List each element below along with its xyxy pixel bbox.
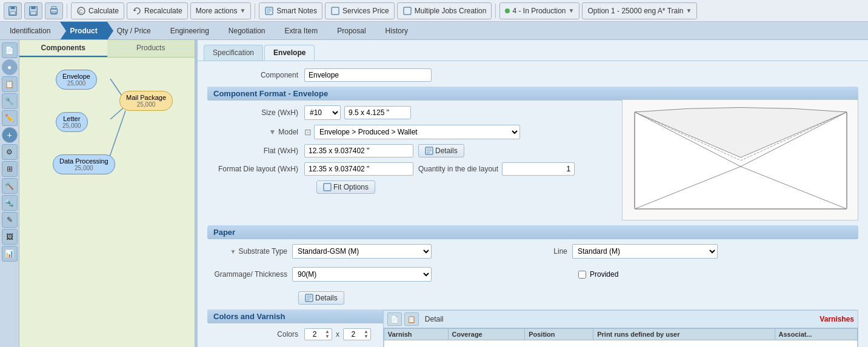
breadcrumb: Identification Product Qty / Price Engin… — [0, 22, 868, 40]
recalculate-button[interactable]: Recalculate — [127, 2, 188, 19]
more-actions-arrow: ▼ — [239, 7, 245, 14]
main-area: 📄 ● 📋 🔧 ✏️ + ⚙ ⊞ 🔨 🔩 ✎ 🖼 📊 Components Pr… — [0, 40, 868, 347]
tab-envelope[interactable]: Envelope — [264, 45, 315, 61]
sidebar-icon-3[interactable]: 📋 — [2, 76, 18, 92]
breadcrumb-product[interactable]: Product — [60, 22, 107, 39]
model-label: ▼ Model — [207, 128, 304, 136]
print-button[interactable] — [45, 2, 63, 19]
smart-notes-button[interactable]: Smart Notes — [259, 2, 322, 19]
spec-tabs: Specification Envelope — [198, 40, 868, 61]
col-position: Position — [525, 329, 593, 340]
paper-section-header: Paper — [207, 225, 858, 239]
col-varnish: Varnish — [384, 329, 448, 340]
grammage-row: Grammage/ Thickness 90(M) — [207, 267, 530, 282]
node-data-processing[interactable]: Data Processing 25,000 — [53, 154, 115, 174]
option-arrow: ▼ — [686, 7, 692, 14]
services-price-button[interactable]: Services Price — [325, 2, 395, 19]
grammage-select[interactable]: 90(M) — [292, 267, 432, 282]
component-input[interactable] — [304, 68, 432, 82]
breadcrumb-proposal[interactable]: Proposal — [327, 22, 375, 39]
breadcrumb-history[interactable]: History — [376, 22, 418, 39]
tab-specification[interactable]: Specification — [204, 45, 263, 61]
flat-details-button[interactable]: Details — [418, 144, 464, 157]
smart-notes-label: Smart Notes — [276, 7, 317, 15]
model-select[interactable]: Envelope > Produced > Wallet — [314, 125, 520, 139]
varnish-copy-button[interactable]: 📋 — [404, 312, 419, 326]
svg-rect-25 — [324, 183, 331, 191]
size-select[interactable]: #10 — [304, 105, 341, 120]
sidebar-icon-chart[interactable]: 📊 — [2, 246, 18, 262]
format-section-header: Component Format - Envelope — [207, 87, 858, 101]
floppy-button[interactable] — [24, 2, 42, 19]
provided-row: Provided — [536, 267, 858, 282]
line-row: Line Standard (M) — [536, 244, 858, 259]
node-mail-package[interactable]: Mail Package 25,000 — [119, 91, 173, 111]
format-die-row: Format Die layout (WxH) Quantity in the … — [207, 162, 610, 176]
sidebar-icon-4[interactable]: 🔧 — [2, 93, 18, 109]
grammage-label: Grammage/ Thickness — [207, 270, 292, 279]
flat-label: Flat (WxH) — [207, 147, 304, 155]
sidebar-icon-grid[interactable]: ⊞ — [2, 161, 18, 177]
sidebar-icon-1[interactable]: 📄 — [2, 42, 18, 58]
size-input[interactable] — [344, 106, 411, 119]
format-die-input[interactable] — [304, 162, 413, 176]
breadcrumb-extra-item[interactable]: Extra Item — [275, 22, 328, 39]
envelope-preview — [622, 99, 858, 220]
colors-row: Colors ▲ ▼ x — [207, 328, 371, 340]
provided-checkbox[interactable] — [578, 271, 586, 279]
breadcrumb-engineering[interactable]: Engineering — [161, 22, 219, 39]
paper-details-button[interactable]: Details — [298, 291, 344, 305]
sidebar-icon-pencil[interactable]: ✎ — [2, 212, 18, 228]
sidebar-icon-2[interactable]: ● — [2, 59, 18, 75]
option-label: Option 1 - 25000 eng A* Train — [587, 7, 683, 15]
flat-input[interactable] — [304, 144, 413, 157]
color1-input[interactable] — [306, 329, 323, 339]
jobs-creation-label: Multiple Jobs Creation — [415, 7, 487, 15]
color1-down[interactable]: ▼ — [324, 334, 330, 339]
col-coverage: Coverage — [448, 329, 525, 340]
breadcrumb-qty-price[interactable]: Qty / Price — [107, 22, 161, 39]
left-sidebar: 📄 ● 📋 🔧 ✏️ + ⚙ ⊞ 🔨 🔩 ✎ 🖼 📊 — [0, 40, 19, 347]
panel-tabs: Components Products — [19, 40, 195, 58]
svg-rect-5 — [31, 11, 36, 14]
qty-die-label: Quantity in the die layout — [418, 165, 498, 173]
qty-die-input[interactable] — [502, 162, 575, 176]
varnish-detail-label[interactable]: Detail — [425, 315, 444, 323]
fit-options-button[interactable]: Fit Options — [316, 180, 375, 194]
svg-rect-16 — [332, 7, 339, 15]
save-button[interactable] — [4, 2, 22, 19]
services-price-label: Services Price — [342, 7, 389, 15]
varnish-toolbar: 📄 📋 Detail Varnishes — [384, 311, 858, 328]
sidebar-icon-wrench[interactable]: 🔩 — [2, 195, 18, 211]
color2-input[interactable] — [345, 329, 362, 339]
node-envelope[interactable]: Envelope 25,000 — [56, 70, 97, 90]
tab-components[interactable]: Components — [19, 40, 107, 57]
breadcrumb-identification[interactable]: Identification — [0, 22, 60, 39]
calculate-button[interactable]: C Calculate — [71, 2, 124, 19]
svg-text:C: C — [79, 8, 83, 15]
right-panel: Specification Envelope Component Compone… — [198, 40, 868, 347]
option-selector[interactable]: Option 1 - 25000 eng A* Train ▼ — [582, 2, 697, 19]
color2-down[interactable]: ▼ — [363, 334, 369, 339]
sidebar-icon-plus[interactable]: + — [2, 127, 18, 143]
sidebar-icon-5[interactable]: ✏️ — [2, 110, 18, 126]
envelope-svg — [623, 100, 859, 221]
status-arrow: ▼ — [569, 7, 575, 14]
varnish-add-button[interactable]: 📄 — [387, 312, 402, 326]
node-letter[interactable]: Letter 25,000 — [56, 112, 88, 132]
sidebar-icon-tool[interactable]: 🔨 — [2, 178, 18, 194]
substrate-select[interactable]: Standard-GSM (M) — [292, 244, 432, 259]
tab-products[interactable]: Products — [107, 40, 195, 57]
more-actions-button[interactable]: More actions ▼ — [190, 2, 252, 19]
line-select[interactable]: Standard (M) — [572, 244, 718, 259]
components-panel: Components Products Envelope 25,000 Lett… — [19, 40, 195, 347]
component-row: Component — [207, 68, 858, 82]
sidebar-icon-6[interactable]: ⚙ — [2, 144, 18, 160]
varnish-empty-row — [384, 340, 857, 348]
sidebar-icon-img[interactable]: 🖼 — [2, 229, 18, 245]
jobs-creation-button[interactable]: Multiple Jobs Creation — [397, 2, 492, 19]
breadcrumb-negotiation[interactable]: Negotiation — [219, 22, 275, 39]
more-actions-label: More actions — [196, 7, 238, 15]
status-label: 4 - In Production — [512, 7, 566, 15]
status-indicator[interactable]: 4 - In Production ▼ — [499, 2, 579, 19]
